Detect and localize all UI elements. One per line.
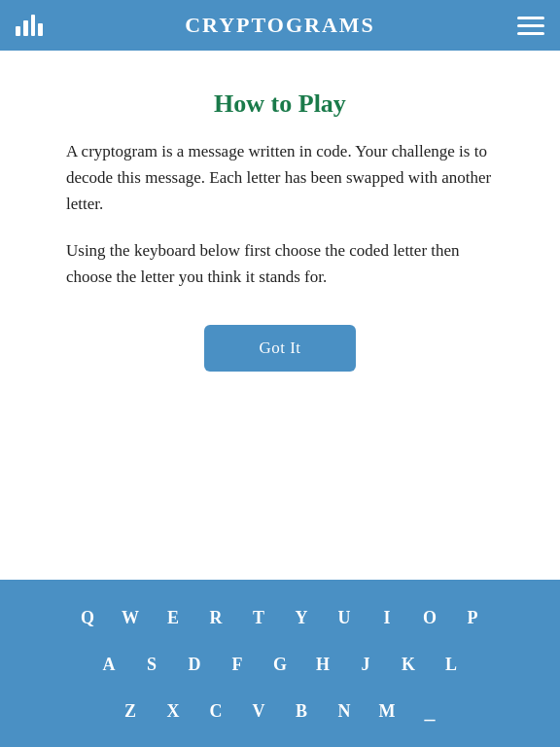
key-g[interactable]: G (262, 646, 298, 683)
key-f[interactable]: F (219, 646, 256, 683)
key-o[interactable]: O (411, 599, 448, 636)
key-r[interactable]: R (197, 599, 234, 636)
description-paragraph-1: A cryptogram is a message written in cod… (66, 138, 494, 218)
key-x[interactable]: X (155, 693, 192, 729)
key-b[interactable]: B (283, 693, 320, 729)
key-m[interactable]: M (368, 693, 405, 729)
key-p[interactable]: P (454, 599, 491, 636)
key-z[interactable]: Z (112, 693, 149, 729)
description-paragraph-2: Using the keyboard below first choose th… (66, 237, 494, 290)
keyboard-row-3: Z X C V B N M _ (10, 693, 550, 729)
key-h[interactable]: H (304, 646, 341, 683)
keyboard-row-2: A S D F G H J K L (10, 646, 550, 683)
main-content: How to Play A cryptogram is a message wr… (0, 51, 560, 624)
key-s[interactable]: S (133, 646, 170, 683)
app-title: Cryptograms (185, 13, 375, 38)
key-c[interactable]: C (197, 693, 234, 729)
key-d[interactable]: D (176, 646, 213, 683)
key-e[interactable]: E (155, 599, 192, 636)
key-a[interactable]: A (90, 646, 127, 683)
stats-icon[interactable] (16, 15, 43, 36)
key-w[interactable]: W (112, 599, 149, 636)
key-j[interactable]: J (347, 646, 384, 683)
key-k[interactable]: K (390, 646, 427, 683)
key-y[interactable]: Y (283, 599, 320, 636)
key-i[interactable]: I (368, 599, 405, 636)
key-q[interactable]: Q (69, 599, 106, 636)
keyboard-row-1: Q W E R T Y U I O P (10, 599, 550, 636)
key-v[interactable]: V (240, 693, 277, 729)
key-underscore[interactable]: _ (411, 693, 448, 729)
key-n[interactable]: N (326, 693, 363, 729)
got-it-button[interactable]: Got It (204, 325, 355, 372)
how-to-play-title: How to Play (214, 89, 346, 119)
keyboard-area: Q W E R T Y U I O P A S D F G H J K L Z … (0, 580, 560, 747)
key-t[interactable]: T (240, 599, 277, 636)
app-header: Cryptograms (0, 0, 560, 51)
key-l[interactable]: L (433, 646, 470, 683)
key-u[interactable]: U (326, 599, 363, 636)
menu-icon[interactable] (517, 17, 544, 35)
